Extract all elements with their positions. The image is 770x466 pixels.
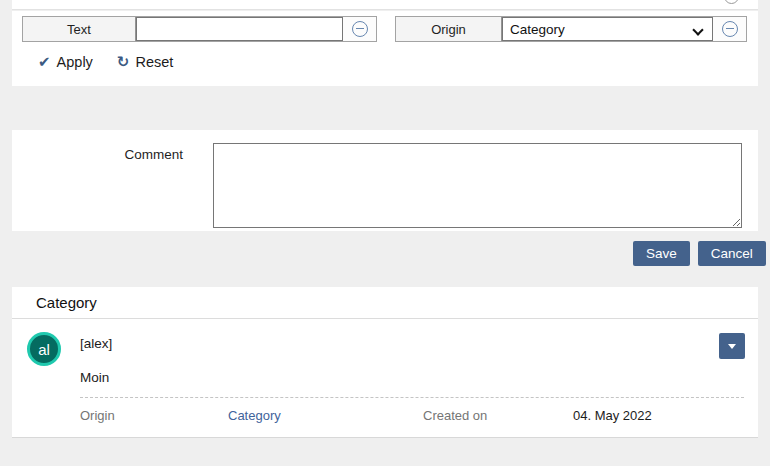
comment-field-label: Comment xyxy=(12,147,183,162)
chevron-down-icon xyxy=(692,24,703,35)
comments-section: Category al [alex] Moin Origin Category … xyxy=(12,287,758,438)
meta-created-value: 04. May 2022 xyxy=(573,408,652,423)
origin-filter-label: Origin xyxy=(396,17,502,41)
reset-button-label: Reset xyxy=(135,54,173,70)
refresh-icon: ↻ xyxy=(117,55,130,70)
meta-created-label: Created on xyxy=(423,408,487,423)
comment-textarea[interactable] xyxy=(213,143,742,228)
remove-origin-filter-button[interactable] xyxy=(713,17,746,41)
comment-form: Comment xyxy=(12,130,758,231)
page: Text Origin Category ✔ Ap xyxy=(0,0,770,466)
text-filter-row: Text xyxy=(22,16,377,42)
text-filter-label: Text xyxy=(23,17,136,41)
origin-selected-value: Category xyxy=(510,22,565,37)
origin-filter-select[interactable]: Category xyxy=(502,17,713,41)
filter-actions: ✔ Apply ↻ Reset xyxy=(38,54,173,70)
cutoff-minus-circle-icon xyxy=(724,0,739,4)
comment-item: al [alex] Moin Origin Category Created o… xyxy=(12,319,758,437)
comment-form-buttons: Save Cancel xyxy=(633,241,766,266)
reset-button[interactable]: ↻ Reset xyxy=(117,54,173,70)
save-button[interactable]: Save xyxy=(633,241,690,266)
minus-circle-icon xyxy=(722,21,738,37)
apply-button-label: Apply xyxy=(57,54,93,70)
remove-text-filter-button[interactable] xyxy=(343,17,376,41)
comment-author: [alex] xyxy=(80,336,112,351)
check-icon: ✔ xyxy=(38,55,51,70)
avatar: al xyxy=(27,332,61,366)
text-filter-input[interactable] xyxy=(136,17,343,41)
origin-filter-row: Origin Category xyxy=(395,16,747,42)
comment-actions-dropdown-button[interactable] xyxy=(719,333,745,359)
apply-button[interactable]: ✔ Apply xyxy=(38,54,93,70)
comment-body: Moin xyxy=(80,370,109,385)
caret-down-icon xyxy=(728,344,736,349)
meta-origin-label: Origin xyxy=(80,408,115,423)
filter-panel: Text Origin Category ✔ Ap xyxy=(12,11,758,86)
meta-origin-value-link[interactable]: Category xyxy=(228,408,281,423)
comments-section-title: Category xyxy=(12,287,758,319)
cancel-button[interactable]: Cancel xyxy=(698,241,766,266)
top-sliver-band xyxy=(12,0,758,10)
minus-circle-icon xyxy=(352,21,368,37)
dashed-divider xyxy=(80,397,744,398)
